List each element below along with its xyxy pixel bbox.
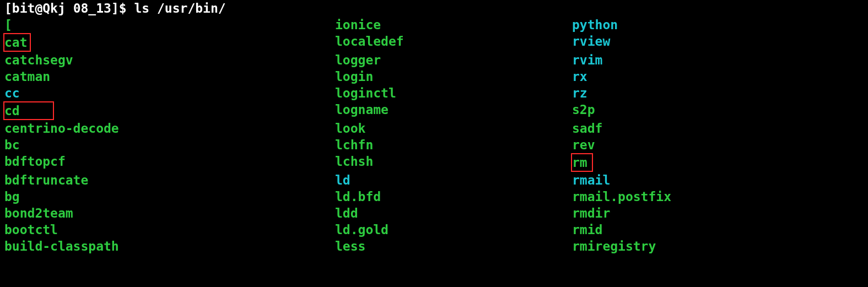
listing-col: rmid <box>572 221 848 238</box>
file-entry: build-classpath <box>4 239 119 253</box>
listing-row: bond2teamlddrmdir <box>4 205 864 221</box>
listing-row: build-classpathlessrmiregistry <box>4 238 864 254</box>
file-entry: s2p <box>572 102 595 117</box>
file-entry: lchsh <box>335 154 373 169</box>
listing-row: ccloginctlrz <box>4 85 864 101</box>
listing-col: rmail <box>572 172 848 188</box>
file-entry: less <box>335 239 365 253</box>
file-entry: cc <box>4 86 20 100</box>
listing-col: bdftruncate <box>4 172 335 188</box>
listing-col: s2p <box>572 101 848 120</box>
prompt-space2 <box>127 1 134 15</box>
file-entry: bg <box>4 189 20 204</box>
prompt-space <box>66 1 73 15</box>
listing-col: logger <box>335 52 572 68</box>
listing-col: localedef <box>335 33 572 52</box>
highlight-box: cd <box>3 101 54 120</box>
terminal[interactable]: [bit@Qkj 08_13]$ ls /usr/bin/ [ionicepyt… <box>0 0 868 254</box>
file-entry: [ <box>4 18 12 32</box>
highlight-box: rm <box>571 153 593 172</box>
file-entry: ld.bfd <box>335 189 381 204</box>
listing-col: ionice <box>335 17 572 33</box>
listing-col: ld.bfd <box>335 188 572 205</box>
listing-col: rz <box>572 85 848 101</box>
listing-col: rm <box>572 153 848 172</box>
file-entry: ldd <box>335 206 358 220</box>
file-entry: ld.gold <box>335 223 389 237</box>
file-entry: catman <box>4 69 50 84</box>
listing-col: login <box>335 68 572 85</box>
listing-col: catman <box>4 68 335 85</box>
listing-col: less <box>335 238 572 254</box>
prompt-line: [bit@Qkj 08_13]$ ls /usr/bin/ <box>4 0 864 17</box>
file-entry: rvim <box>572 53 602 67</box>
listing-col: bg <box>4 188 335 205</box>
listing-col: ldd <box>335 205 572 221</box>
listing-col: rev <box>572 137 848 153</box>
listing-col: bootctl <box>4 221 335 238</box>
file-entry: ld <box>335 173 351 187</box>
prompt-user: bit <box>12 1 35 15</box>
file-entry: catchsegv <box>4 53 73 67</box>
file-entry: rmail.postfix <box>572 189 671 204</box>
listing-col: bond2team <box>4 205 335 221</box>
file-entry: cat <box>4 35 28 50</box>
listing-col: bdftopcf <box>4 153 335 172</box>
file-entry: sadf <box>572 121 602 136</box>
listing-col: rmail.postfix <box>572 188 848 205</box>
prompt-cwd: 08_13 <box>73 1 111 15</box>
listing-row: [ionicepython <box>4 17 864 33</box>
listing-row: catlocaledefrview <box>4 33 864 52</box>
file-entry: logname <box>335 102 389 117</box>
listing-col: look <box>335 120 572 137</box>
listing-col: centrino-decode <box>4 120 335 137</box>
prompt-at: @ <box>35 1 42 15</box>
file-entry: rx <box>572 69 587 84</box>
listing-col: ld <box>335 172 572 188</box>
listing-col: bc <box>4 137 335 153</box>
file-entry: loginctl <box>335 86 396 100</box>
file-entry: cd <box>4 104 20 118</box>
file-entry: bond2team <box>4 206 73 220</box>
file-entry: rmail <box>572 173 610 187</box>
listing-col: build-classpath <box>4 238 335 254</box>
listing-col: lchfn <box>335 137 572 153</box>
file-entry: bdftopcf <box>4 154 66 169</box>
listing-col: cc <box>4 85 335 101</box>
file-entry: bdftruncate <box>4 173 88 187</box>
file-entry: rm <box>572 155 587 170</box>
file-entry: rview <box>572 34 610 48</box>
listing-row: centrino-decodelooksadf <box>4 120 864 137</box>
listing-row: catchsegvloggerrvim <box>4 52 864 68</box>
file-entry: login <box>335 69 373 84</box>
file-listing: [ionicepythoncatlocaledefrviewcatchsegvl… <box>4 17 864 254</box>
listing-row: catmanloginrx <box>4 68 864 85</box>
file-entry: rz <box>572 86 587 100</box>
file-entry: logger <box>335 53 381 67</box>
file-entry: rmiregistry <box>572 239 656 253</box>
listing-col: rx <box>572 68 848 85</box>
file-entry: lchfn <box>335 138 373 152</box>
file-entry: centrino-decode <box>4 121 119 136</box>
listing-col: cat <box>4 33 335 52</box>
listing-col: rmiregistry <box>572 238 848 254</box>
listing-col: python <box>572 17 848 33</box>
file-entry: bc <box>4 138 20 152</box>
listing-col: sadf <box>572 120 848 137</box>
listing-col: [ <box>4 17 335 33</box>
file-entry: python <box>572 18 618 32</box>
listing-col: rmdir <box>572 205 848 221</box>
listing-col: lchsh <box>335 153 572 172</box>
listing-row: bootctlld.goldrmid <box>4 221 864 238</box>
file-entry: ionice <box>335 18 381 32</box>
file-entry: look <box>335 121 365 136</box>
listing-row: bdftruncateldrmail <box>4 172 864 188</box>
file-entry: localedef <box>335 34 404 48</box>
highlight-box: cat <box>3 33 31 52</box>
listing-row: bgld.bfdrmail.postfix <box>4 188 864 205</box>
listing-col: catchsegv <box>4 52 335 68</box>
listing-row: bclchfnrev <box>4 137 864 153</box>
listing-col: cd <box>4 101 335 120</box>
file-entry: rmid <box>572 223 602 237</box>
listing-col: rview <box>572 33 848 52</box>
